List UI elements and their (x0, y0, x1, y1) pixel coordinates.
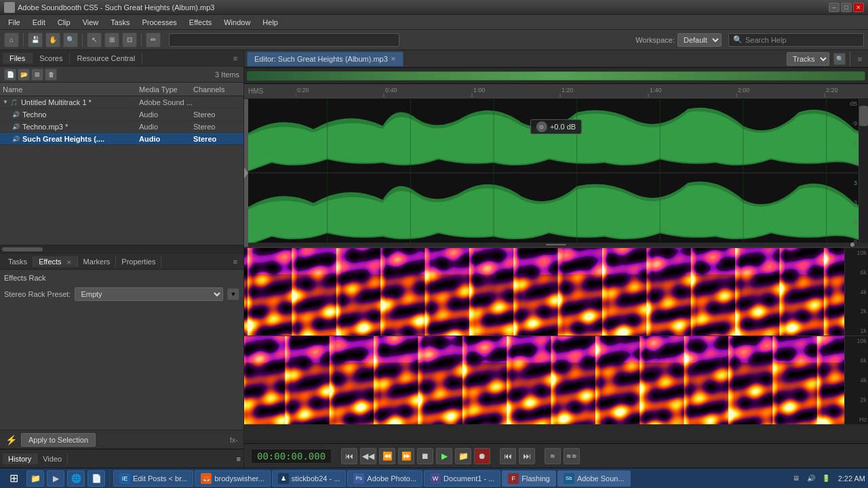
toolbar-search-input[interactable] (169, 33, 399, 47)
tab-scores[interactable]: Scores (33, 53, 70, 64)
menu-window[interactable]: Window (218, 17, 256, 28)
skip-end-btn[interactable]: ⏭ (519, 448, 535, 464)
skip-start2-btn[interactable]: ⏮ (500, 448, 516, 464)
rewind-btn[interactable]: ◀◀ (360, 448, 376, 464)
toolbar-pencil-btn[interactable]: ✏ (146, 33, 161, 47)
toolbar-save-btn[interactable]: 💾 (28, 33, 43, 47)
col-header-channels[interactable]: Channels (193, 85, 241, 94)
col-header-media-type[interactable]: Media Type (139, 85, 193, 94)
spectral-phase-btn[interactable]: ≋≋ (564, 448, 580, 464)
record-btn[interactable]: ⏺ (474, 448, 490, 464)
ruler-svg: 0:20 0:40 1:00 1:20 1:40 2:00 (296, 84, 864, 98)
editor-tab-close[interactable]: ✕ (391, 56, 396, 62)
taskbar-ie[interactable]: 🌐 (67, 470, 85, 487)
menu-file[interactable]: File (3, 17, 26, 28)
menu-tasks[interactable]: Tasks (105, 17, 135, 28)
files-new-btn[interactable]: 📄 (4, 68, 16, 81)
panel-menu-btn[interactable]: ≡ (237, 455, 241, 463)
overview-selection (248, 72, 865, 80)
start-button[interactable]: ⊞ (3, 470, 24, 487)
effects-preset-btn[interactable]: ▼ (227, 288, 239, 300)
list-item[interactable]: ▼ 🎵 Untitled Multitrack 1 * Adobe Sound … (0, 96, 243, 108)
battery-icon[interactable]: 🔋 (821, 473, 831, 484)
list-item[interactable]: 🔊 Techno Audio Stereo (0, 108, 243, 121)
skip-start-btn[interactable]: ⏮ (341, 448, 357, 464)
tab-resource-central[interactable]: Resource Central (70, 53, 142, 64)
taskbar-app-edit-posts[interactable]: IE Edit Posts < br... (113, 470, 193, 487)
toolbar-select-btn[interactable]: ⊡ (122, 33, 137, 47)
toolbar-trim-btn[interactable]: ⊞ (104, 33, 119, 47)
tab-history[interactable]: History (3, 453, 37, 464)
tab-video[interactable]: Video (37, 453, 68, 464)
files-hscrollbar[interactable] (0, 245, 243, 253)
taskbar-media-player[interactable]: ▶ (47, 470, 64, 487)
spectrogram-lower[interactable]: 10k 6k 4k 2k Hz (244, 336, 868, 424)
toolbar-move-btn[interactable]: ↖ (87, 33, 102, 47)
taskbar-file-manager[interactable]: 📁 (26, 470, 44, 487)
menu-clip[interactable]: Clip (52, 17, 76, 28)
col-header-name[interactable]: Name (3, 85, 139, 94)
spectral-freq-btn[interactable]: ≋ (545, 448, 561, 464)
taskbar-app-brody[interactable]: 🦊 brodyswisher... (195, 470, 270, 487)
toolbar-sep-2 (82, 33, 83, 47)
taskbar-app-photoshop[interactable]: Ps Adobe Photo... (347, 470, 422, 487)
close-button[interactable]: ✕ (853, 3, 864, 12)
next-btn[interactable]: ⏩ (398, 448, 414, 464)
files-list: ▼ 🎵 Untitled Multitrack 1 * Adobe Sound … (0, 96, 243, 245)
effects-preset-select[interactable]: Empty (75, 287, 223, 301)
taskbar-app-document[interactable]: W Document1 - ... (424, 470, 500, 487)
waveform-display[interactable]: ⊙ +0.0 dB dB -9 -8 -3 3 -3 -8 -9 (244, 99, 868, 248)
window-title: Adobe Soundbooth CS5 - Such Great Height… (18, 3, 827, 12)
list-item[interactable]: 🔊 Techno.mp3 * Audio Stereo (0, 121, 243, 133)
list-item[interactable]: 🔊 Such Great Heights (.... Audio Stereo (0, 133, 243, 145)
tracks-select[interactable]: Tracks (787, 52, 829, 66)
workspace-select[interactable]: Default (677, 33, 722, 47)
apply-to-selection-btn[interactable]: Apply to Selection (21, 433, 96, 447)
play-btn[interactable]: ▶ (436, 448, 452, 464)
minimize-button[interactable]: – (829, 3, 840, 12)
taskbar-docs[interactable]: 📄 (87, 470, 105, 487)
resize-grip (546, 244, 566, 245)
toolbar-zoom-btn[interactable]: 🔍 (63, 33, 78, 47)
toolbar-hand-btn[interactable]: ✋ (45, 33, 60, 47)
taskbar-app-soundbooth[interactable]: Sb Adobe Soun... (557, 470, 631, 487)
app-icon (4, 2, 15, 13)
tab-tasks[interactable]: Tasks (3, 256, 33, 267)
menu-edit[interactable]: Edit (27, 17, 51, 28)
overview-scrollbar[interactable] (247, 71, 865, 81)
tab-effects[interactable]: Effects ✕ (33, 256, 77, 267)
files-delete-btn[interactable]: 🗑 (45, 68, 57, 81)
tab-markers[interactable]: Markers (78, 256, 117, 267)
svg-text:1:20: 1:20 (561, 87, 574, 94)
menu-view[interactable]: View (77, 17, 104, 28)
effects-panel-collapse[interactable]: ≡ (230, 256, 241, 267)
volume-icon[interactable]: 🔊 (806, 473, 816, 484)
editor-zoom-btn[interactable]: 🔍 (833, 53, 846, 65)
tab-properties[interactable]: Properties (116, 256, 161, 267)
editor-panel-collapse[interactable]: ≡ (854, 54, 865, 64)
spectrogram-upper[interactable]: 10k 6k 4k 2k 1k (244, 248, 868, 336)
clock: 2:22 AM (838, 474, 865, 483)
files-close-btn[interactable]: ⊠ (31, 68, 43, 81)
files-panel-collapse[interactable]: ≡ (230, 53, 241, 64)
resize-handle[interactable] (244, 243, 868, 247)
freq-label: Hz (846, 416, 867, 423)
flashing-icon: F (508, 473, 519, 484)
search-help-box[interactable]: 🔍 Search Help (728, 33, 864, 47)
loop-btn[interactable]: 📁 (455, 448, 471, 464)
tab-files[interactable]: Files (3, 53, 33, 64)
menu-effects[interactable]: Effects (184, 17, 217, 28)
maximize-button[interactable]: □ (841, 3, 852, 12)
toolbar-home-btn[interactable]: ⌂ (4, 33, 19, 47)
prev-btn[interactable]: ⏪ (379, 448, 395, 464)
menu-help[interactable]: Help (257, 17, 283, 28)
menu-processes[interactable]: Processes (136, 17, 182, 28)
taskbar-app-flashing[interactable]: F Flashing (502, 470, 556, 487)
stop-btn[interactable]: ⏹ (417, 448, 433, 464)
network-icon[interactable]: 🖥 (791, 473, 802, 484)
taskbar-app-steam[interactable]: ♟ stickbob24 - ... (272, 470, 347, 487)
effects-tab-close[interactable]: ✕ (66, 259, 72, 266)
files-open-btn[interactable]: 📂 (18, 68, 30, 81)
editor-tab[interactable]: Editor: Such Great Heights (Album).mp3 ✕ (247, 52, 403, 66)
waveform-vscrollbar[interactable] (859, 99, 868, 247)
